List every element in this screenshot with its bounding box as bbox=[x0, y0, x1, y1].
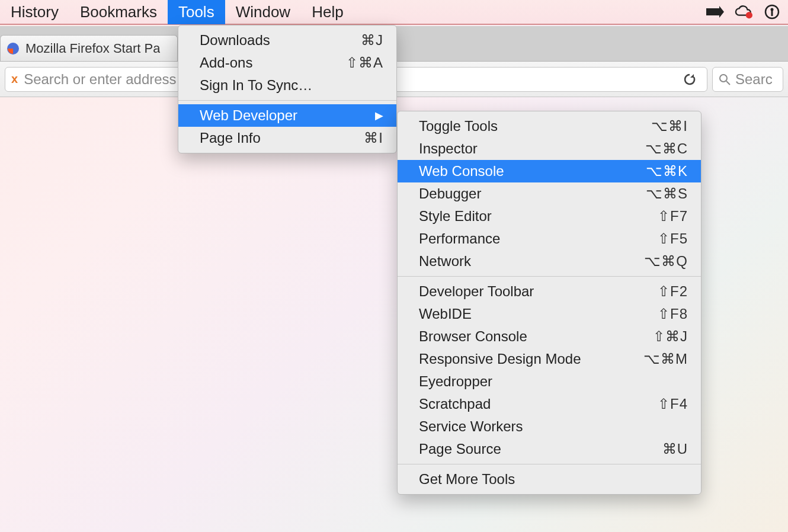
menu-item-performance[interactable]: Performance ⇧F5 bbox=[398, 227, 701, 250]
menu-label: History bbox=[11, 3, 59, 21]
menu-item-browser-console[interactable]: Browser Console ⇧⌘J bbox=[398, 325, 701, 348]
menu-item-shortcut: ⌥⌘K bbox=[646, 163, 688, 180]
menu-item-page-source[interactable]: Page Source ⌘U bbox=[398, 438, 701, 460]
menu-item-shortcut: ⇧⌘J bbox=[653, 328, 688, 345]
menu-item-label: Inspector bbox=[419, 140, 645, 157]
menu-item-label: Add-ons bbox=[200, 55, 346, 71]
menu-item-label: Performance bbox=[419, 230, 658, 247]
menu-item-label: Downloads bbox=[200, 32, 361, 49]
menu-item-shortcut: ⇧F5 bbox=[658, 230, 688, 247]
searchbar-placeholder: Searc bbox=[735, 71, 773, 88]
menu-item-downloads[interactable]: Downloads ⌘J bbox=[178, 29, 396, 52]
menu-help[interactable]: Help bbox=[301, 0, 354, 24]
tab-title: Mozilla Firefox Start Pa bbox=[25, 41, 160, 56]
menu-item-label: Eyedropper bbox=[419, 373, 688, 390]
menu-item-shortcut: ⌘U bbox=[662, 441, 688, 457]
menu-tools[interactable]: Tools bbox=[168, 0, 225, 24]
menu-item-label: Network bbox=[419, 253, 644, 270]
menu-item-shortcut: ⇧F7 bbox=[658, 208, 688, 225]
menu-item-addons[interactable]: Add-ons ⇧⌘A bbox=[178, 52, 396, 74]
arrow-extension-icon[interactable] bbox=[706, 3, 724, 21]
menu-label: Tools bbox=[178, 3, 214, 21]
menu-item-label: Browser Console bbox=[419, 328, 653, 345]
menu-item-label: Scratchpad bbox=[419, 396, 658, 412]
menu-item-toggle-tools[interactable]: Toggle Tools ⌥⌘I bbox=[398, 115, 701, 137]
menu-item-debugger[interactable]: Debugger ⌥⌘S bbox=[398, 182, 701, 205]
submenu-arrow-icon: ▶ bbox=[375, 109, 383, 122]
search-bar[interactable]: Searc bbox=[712, 67, 783, 92]
menu-item-label: Responsive Design Mode bbox=[419, 351, 643, 367]
menu-separator bbox=[398, 464, 701, 464]
menubar: History Bookmarks Tools Window Help bbox=[0, 0, 788, 25]
menu-window[interactable]: Window bbox=[225, 0, 301, 24]
menu-label: Bookmarks bbox=[80, 3, 157, 21]
menu-item-webide[interactable]: WebIDE ⇧F8 bbox=[398, 303, 701, 325]
svg-rect-3 bbox=[771, 11, 773, 16]
menu-item-service-workers[interactable]: Service Workers bbox=[398, 415, 701, 438]
menu-item-sign-in-sync[interactable]: Sign In To Sync… bbox=[178, 74, 396, 97]
menu-item-label: Web Developer bbox=[200, 107, 370, 124]
menu-separator bbox=[398, 276, 701, 277]
menu-item-shortcut: ⌥⌘M bbox=[643, 351, 688, 367]
menu-item-scratchpad[interactable]: Scratchpad ⇧F4 bbox=[398, 393, 701, 415]
password-manager-icon[interactable] bbox=[763, 3, 781, 21]
menu-item-shortcut: ⌘J bbox=[361, 32, 383, 49]
menu-item-inspector[interactable]: Inspector ⌥⌘C bbox=[398, 137, 701, 160]
menu-item-label: Toggle Tools bbox=[419, 118, 651, 134]
svg-point-2 bbox=[771, 8, 774, 11]
menu-item-network[interactable]: Network ⌥⌘Q bbox=[398, 250, 701, 273]
menu-item-shortcut: ⌥⌘C bbox=[645, 140, 688, 157]
menu-item-responsive-design-mode[interactable]: Responsive Design Mode ⌥⌘M bbox=[398, 348, 701, 370]
menu-item-label: Developer Toolbar bbox=[419, 283, 658, 300]
menu-separator bbox=[178, 100, 396, 101]
menu-item-label: Service Workers bbox=[419, 418, 688, 435]
cloud-status-icon[interactable] bbox=[735, 3, 752, 21]
menu-item-shortcut: ⌥⌘I bbox=[651, 118, 688, 134]
menu-item-eyedropper[interactable]: Eyedropper bbox=[398, 370, 701, 393]
menu-item-developer-toolbar[interactable]: Developer Toolbar ⇧F2 bbox=[398, 280, 701, 303]
menu-item-get-more-tools[interactable]: Get More Tools bbox=[398, 468, 701, 491]
menu-item-shortcut: ⇧F4 bbox=[658, 396, 688, 412]
svg-point-0 bbox=[746, 12, 752, 18]
menu-item-label: Debugger bbox=[419, 185, 646, 202]
menu-item-shortcut: ⌥⌘S bbox=[646, 185, 688, 202]
firefox-favicon-icon bbox=[7, 42, 20, 55]
menu-item-shortcut: ⇧⌘A bbox=[346, 55, 383, 71]
menubar-right-icons bbox=[706, 3, 788, 21]
reload-button[interactable] bbox=[683, 73, 701, 86]
urlbar-prefix-icon: x bbox=[11, 72, 18, 86]
menu-item-style-editor[interactable]: Style Editor ⇧F7 bbox=[398, 205, 701, 227]
menu-label: Window bbox=[236, 3, 290, 21]
menu-bookmarks[interactable]: Bookmarks bbox=[69, 0, 168, 24]
tools-dropdown: Downloads ⌘J Add-ons ⇧⌘A Sign In To Sync… bbox=[178, 25, 397, 153]
menu-item-shortcut: ⇧F2 bbox=[658, 283, 688, 300]
menu-item-shortcut: ⌘I bbox=[364, 130, 383, 146]
menu-item-label: Page Source bbox=[419, 441, 662, 457]
menu-label: Help bbox=[312, 3, 343, 21]
svg-line-6 bbox=[726, 81, 730, 85]
menu-item-label: Page Info bbox=[200, 130, 364, 146]
menu-item-label: Web Console bbox=[419, 163, 646, 180]
urlbar-placeholder: Search or enter address bbox=[24, 71, 176, 88]
menu-item-shortcut: ⇧F8 bbox=[658, 306, 688, 322]
menu-item-page-info[interactable]: Page Info ⌘I bbox=[178, 127, 396, 149]
menu-item-label: Get More Tools bbox=[419, 471, 688, 488]
web-developer-dropdown: Toggle Tools ⌥⌘I Inspector ⌥⌘C Web Conso… bbox=[397, 111, 701, 495]
menu-item-web-console[interactable]: Web Console ⌥⌘K bbox=[398, 160, 701, 182]
menu-item-label: WebIDE bbox=[419, 306, 658, 322]
browser-tab[interactable]: Mozilla Firefox Start Pa bbox=[0, 35, 178, 61]
menu-item-label: Sign In To Sync… bbox=[200, 77, 383, 94]
menu-item-label: Style Editor bbox=[419, 208, 658, 225]
search-icon bbox=[719, 73, 731, 85]
menu-item-shortcut: ⌥⌘Q bbox=[644, 253, 688, 270]
menu-history[interactable]: History bbox=[0, 0, 69, 24]
svg-point-5 bbox=[720, 75, 727, 82]
menu-item-web-developer[interactable]: Web Developer ▶ bbox=[178, 104, 396, 127]
